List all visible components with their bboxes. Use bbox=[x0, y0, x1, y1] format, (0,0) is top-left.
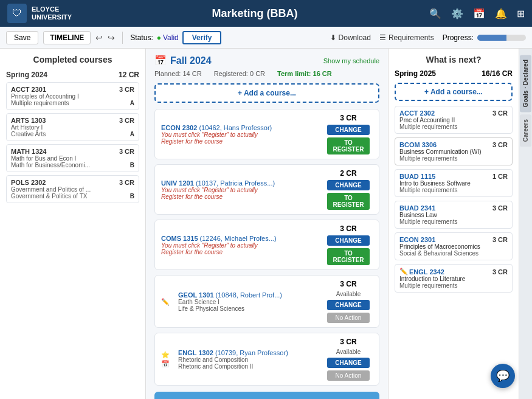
star-icon: ⭐ bbox=[161, 351, 170, 359]
list-item[interactable]: ✏️ ENGL 2342 3 CR Introduction to Litera… bbox=[395, 264, 513, 293]
calendar-icon[interactable]: 📅 bbox=[473, 8, 485, 19]
cr-amount: 3 CR bbox=[340, 114, 356, 122]
course-req: Social & Behavioral Sciences bbox=[399, 250, 508, 257]
semester-name: Spring 2024 bbox=[6, 71, 47, 79]
register-button-univ1201[interactable]: TO REGISTER bbox=[327, 193, 370, 210]
course-row-info: COMS 1315 (12246, Michael Profes...) You… bbox=[161, 235, 319, 255]
no-action-button-geol1301[interactable]: No Action bbox=[327, 313, 370, 323]
grid-icon[interactable]: ⊞ bbox=[517, 8, 525, 19]
toolbar-divider bbox=[122, 32, 123, 44]
list-item[interactable]: ARTS 1303 3 CR Art History I Creative Ar… bbox=[6, 113, 139, 141]
list-item[interactable]: ACCT 2301 3 CR Principles of Accounting … bbox=[6, 82, 139, 110]
course-code: ACCT 2301 bbox=[11, 86, 46, 93]
change-button-univ1201[interactable]: CHANGE bbox=[327, 180, 370, 190]
semester-credits: 12 CR bbox=[119, 71, 139, 79]
course-cr: 3 CR bbox=[492, 141, 508, 148]
right-semester-header: Spring 2025 16/16 CR bbox=[395, 69, 513, 78]
list-item[interactable]: ECON 2301 3 CR Principles of Macroeconom… bbox=[395, 232, 513, 260]
search-icon[interactable]: 🔍 bbox=[429, 8, 441, 19]
semester-header-spring2024: Spring 2024 12 CR bbox=[6, 71, 139, 79]
list-item[interactable]: POLS 2302 3 CR Government and Politics o… bbox=[6, 175, 139, 203]
cr-amount: 2 CR bbox=[340, 169, 356, 178]
planned-cr: Planned: 14 CR bbox=[154, 70, 202, 77]
logo-area: 🛡 ELOYCE UNIVERSITY bbox=[7, 4, 80, 23]
course-row-title: ENGL 1302 (10739, Ryan Professor) bbox=[178, 349, 319, 356]
course-cat2: Rhetoric and Composition II bbox=[178, 363, 319, 370]
list-item[interactable]: MATH 1324 3 CR Math for Bus and Econ I M… bbox=[6, 144, 139, 172]
register-main-button[interactable]: Register bbox=[154, 392, 379, 399]
course-cat: Math for Business/Economi... B bbox=[11, 162, 134, 168]
register-button-econ2302[interactable]: TO REGISTER bbox=[327, 137, 370, 154]
list-item[interactable]: BCOM 3306 3 CR Business Communication (W… bbox=[395, 137, 513, 165]
change-button-econ2302[interactable]: CHANGE bbox=[327, 125, 370, 135]
course-cat2: Life & Physical Sciences bbox=[178, 305, 319, 312]
course-req: Multiple requirements bbox=[399, 187, 508, 193]
course-row-info: GEOL 1301 (10848, Robert Prof...) Earth … bbox=[178, 291, 319, 312]
add-course-button[interactable]: + Add a course... bbox=[154, 83, 379, 103]
bell-icon[interactable]: 🔔 bbox=[495, 8, 507, 19]
cr-amount: 3 CR bbox=[340, 280, 356, 288]
list-item[interactable]: ACCT 2302 3 CR Pmc of Accounting II Mult… bbox=[395, 106, 513, 134]
cr-amount: 3 CR bbox=[340, 224, 356, 233]
download-label: Download bbox=[339, 33, 371, 42]
logo-name: ELOYCE bbox=[32, 5, 59, 13]
register-button-coms1315[interactable]: TO REGISTER bbox=[327, 248, 370, 265]
right-panel: What is next? Spring 2025 16/16 CR + Add… bbox=[388, 49, 519, 399]
course-cr: 3 CR bbox=[492, 204, 508, 212]
course-cr: 3 CR bbox=[119, 117, 134, 124]
course-req: Multiple requirements bbox=[399, 282, 508, 289]
no-action-button-engl1302[interactable]: No Action bbox=[327, 370, 370, 381]
redo-button[interactable]: ↪ bbox=[108, 33, 115, 43]
course-row-title: ECON 2302 (10462, Hans Professor) bbox=[161, 124, 319, 131]
show-schedule-link[interactable]: Show my schedule bbox=[323, 57, 379, 64]
course-name: Principles of Macroeconomics bbox=[399, 243, 508, 250]
course-name: Business Law bbox=[399, 212, 508, 218]
list-item[interactable]: BUAD 1115 1 CR Intro to Business Softwar… bbox=[395, 169, 513, 197]
timeline-button[interactable]: TIMELINE bbox=[43, 31, 91, 44]
change-button-coms1315[interactable]: CHANGE bbox=[327, 235, 370, 246]
undo-button[interactable]: ↩ bbox=[95, 33, 103, 43]
course-row-right: 2 CR CHANGE TO REGISTER bbox=[324, 169, 373, 210]
course-row-coms1315: COMS 1315 (12246, Michael Profes...) You… bbox=[154, 220, 379, 270]
goals-tab[interactable]: Goals · Declared bbox=[520, 55, 531, 112]
right-add-course-button[interactable]: + Add a course... bbox=[395, 83, 513, 101]
cr-amount: 3 CR bbox=[340, 338, 356, 346]
gear-icon[interactable]: ⚙️ bbox=[451, 8, 463, 19]
term-limit: Term limit: 16 CR bbox=[277, 70, 332, 77]
right-semester-credits: 16/16 CR bbox=[482, 69, 513, 78]
course-row-univ1201: UNIV 1201 (10137, Patricia Profess...) Y… bbox=[154, 164, 379, 215]
course-cat1: Earth Science I bbox=[178, 299, 319, 305]
course-req: Multiple requirements bbox=[399, 155, 508, 162]
arrow-overlay bbox=[388, 49, 389, 292]
progress-label: Progress: bbox=[443, 33, 474, 42]
main-content: Completed courses Spring 2024 12 CR ACCT… bbox=[0, 49, 532, 399]
progress-bar bbox=[477, 35, 526, 41]
status-area: Status: ● Valid Verify bbox=[130, 31, 221, 44]
download-button[interactable]: ⬇ Download bbox=[330, 33, 371, 42]
course-cr: 3 CR bbox=[492, 109, 508, 117]
careers-tab[interactable]: Careers bbox=[520, 114, 531, 147]
toolbar: Save TIMELINE ↩ ↪ Status: ● Valid Verify… bbox=[0, 27, 532, 49]
requirements-icon: ☰ bbox=[379, 33, 386, 42]
course-name: Math for Bus and Econ I bbox=[11, 155, 134, 162]
change-button-engl1302[interactable]: CHANGE bbox=[327, 358, 370, 368]
edit-icon-engl2342: ✏️ bbox=[399, 268, 408, 276]
verify-button[interactable]: Verify bbox=[182, 31, 222, 44]
course-code: MATH 1324 bbox=[11, 148, 46, 155]
course-cr: 3 CR bbox=[119, 179, 134, 186]
status-value: Valid bbox=[163, 33, 179, 42]
course-row-right: 3 CR CHANGE TO REGISTER bbox=[324, 224, 373, 265]
course-cr: 1 CR bbox=[492, 173, 508, 180]
change-button-geol1301[interactable]: CHANGE bbox=[327, 300, 370, 310]
chat-button[interactable]: 💬 bbox=[491, 364, 515, 388]
course-cat1: Rhetoric and Composition bbox=[178, 356, 319, 363]
edit-icon-geol: ✏️ bbox=[161, 297, 171, 306]
course-name: Government and Politics of ... bbox=[11, 186, 134, 193]
course-code: BUAD 2341 bbox=[399, 204, 435, 212]
course-row-warn: You must click "Register" to actually bbox=[161, 131, 319, 138]
requirements-button[interactable]: ☰ Requirements bbox=[379, 33, 434, 42]
course-cat: Multiple requirements A bbox=[11, 100, 134, 106]
course-row-info: ECON 2302 (10462, Hans Professor) You mu… bbox=[161, 124, 319, 145]
list-item[interactable]: BUAD 2341 3 CR Business Law Multiple req… bbox=[395, 201, 513, 229]
save-button[interactable]: Save bbox=[6, 31, 38, 44]
